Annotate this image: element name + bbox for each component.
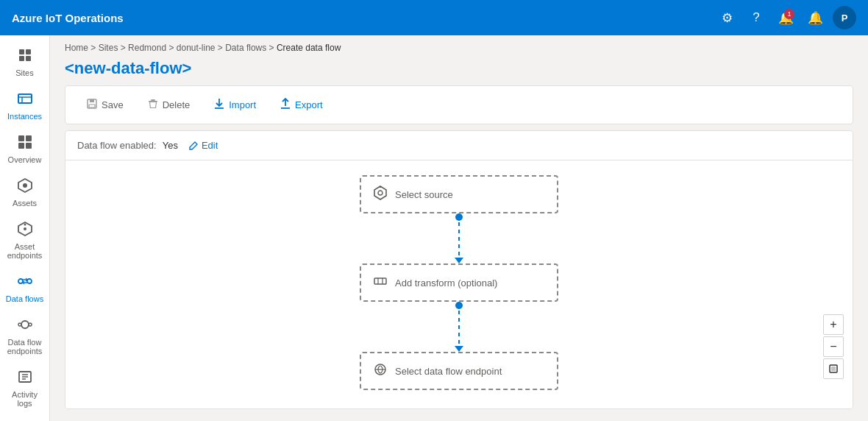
breadcrumb-sites[interactable]: Sites <box>99 43 118 53</box>
connector-arrow-2 <box>455 346 463 352</box>
breadcrumb-sep3: > <box>168 43 176 53</box>
connector-dot-top-1 <box>455 213 463 221</box>
sidebar-item-activity-logs[interactable]: Activity logs <box>3 363 47 414</box>
connector-2 <box>455 302 463 352</box>
svg-rect-3 <box>26 56 31 61</box>
svg-point-21 <box>18 323 21 326</box>
svg-point-12 <box>23 183 27 188</box>
flow-container: Select source <box>360 175 558 390</box>
sidebar-item-data-flow-endpoints-label: Data flow endpoints <box>6 338 44 355</box>
breadcrumb-sep5: > <box>269 43 277 53</box>
sidebar-item-data-flows[interactable]: Data flows <box>3 267 47 309</box>
svg-rect-1 <box>26 49 31 54</box>
svg-point-16 <box>18 279 23 283</box>
alert-icon[interactable]: 🔔 <box>803 6 827 29</box>
svg-rect-10 <box>26 143 32 149</box>
breadcrumb-donut-line[interactable]: donut-line <box>177 43 216 53</box>
save-icon <box>86 98 98 112</box>
import-icon <box>213 98 225 112</box>
endpoint-node[interactable]: Select data flow endpoint <box>360 352 558 390</box>
svg-rect-0 <box>19 49 24 54</box>
export-button[interactable]: Export <box>271 93 332 116</box>
toolbar: Save Delete <box>65 85 853 124</box>
import-button[interactable]: Import <box>204 93 265 116</box>
data-flows-icon <box>17 273 33 293</box>
dataflow-enabled-value: Yes <box>163 140 178 151</box>
export-icon <box>280 98 291 112</box>
instances-icon <box>17 91 33 110</box>
topbar-actions: ⚙ ? 🔔 1 🔔 P <box>715 6 856 29</box>
canvas-card: Data flow enabled: Yes Edit <box>65 130 853 409</box>
source-node-icon <box>373 185 388 204</box>
sidebar-item-instances-label: Instances <box>7 112 42 121</box>
activity-logs-icon <box>17 369 33 389</box>
zoom-fit-button[interactable] <box>823 358 844 379</box>
save-label: Save <box>102 99 124 110</box>
svg-rect-8 <box>26 135 32 141</box>
dataflow-bar: Data flow enabled: Yes Edit <box>65 131 853 160</box>
connector-arrow-1 <box>455 258 463 263</box>
svg-rect-31 <box>151 99 155 101</box>
connector-line-2 <box>458 311 460 344</box>
content-area: Home > Sites > Redmond > donut-line > Da… <box>50 35 868 421</box>
source-node[interactable]: Select source <box>360 175 558 213</box>
help-icon[interactable]: ? <box>744 6 768 29</box>
overview-icon <box>17 134 33 154</box>
dataflow-label: Data flow enabled: <box>77 140 157 151</box>
save-button[interactable]: Save <box>77 93 132 116</box>
breadcrumb-sep1: > <box>90 43 98 53</box>
sidebar-item-activity-logs-label: Activity logs <box>6 390 44 408</box>
breadcrumb-data-flows[interactable]: Data flows <box>225 43 266 53</box>
sidebar-item-sites[interactable]: Sites <box>3 41 47 83</box>
sidebar-item-overview-label: Overview <box>8 155 42 164</box>
breadcrumb-redmond[interactable]: Redmond <box>128 43 166 53</box>
svg-rect-30 <box>89 105 95 107</box>
transform-node[interactable]: Add transform (optional) <box>360 263 558 302</box>
delete-button[interactable]: Delete <box>138 93 199 116</box>
settings-icon[interactable]: ⚙ <box>715 6 739 29</box>
svg-rect-29 <box>90 99 94 102</box>
zoom-out-button[interactable]: − <box>823 336 844 357</box>
notification-icon[interactable]: 🔔 1 <box>774 6 797 29</box>
transform-node-icon <box>373 274 388 292</box>
edit-button[interactable]: Edit <box>184 138 222 152</box>
svg-point-17 <box>27 279 32 283</box>
svg-rect-9 <box>18 143 24 149</box>
export-label: Export <box>295 99 323 110</box>
sidebar-item-asset-endpoints[interactable]: Asset endpoints <box>3 215 47 266</box>
page-title: <new-data-flow> <box>50 56 868 85</box>
svg-marker-37 <box>374 186 386 199</box>
transform-node-label: Add transform (optional) <box>395 277 497 289</box>
svg-rect-39 <box>374 278 386 284</box>
sidebar-item-data-flow-endpoints[interactable]: Data flow endpoints <box>3 311 47 361</box>
avatar[interactable]: P <box>833 6 856 29</box>
svg-rect-45 <box>831 367 836 371</box>
zoom-controls: + − <box>823 314 844 379</box>
breadcrumb-home[interactable]: Home <box>65 43 88 53</box>
svg-point-15 <box>24 224 26 226</box>
topbar: Azure IoT Operations ⚙ ? 🔔 1 🔔 P <box>0 0 868 35</box>
assets-icon <box>17 177 33 197</box>
svg-point-22 <box>29 323 32 326</box>
svg-point-20 <box>21 321 29 328</box>
svg-point-14 <box>24 227 26 230</box>
sidebar-item-assets[interactable]: Assets <box>3 171 47 213</box>
connector-dot-top-2 <box>455 302 463 309</box>
delete-icon <box>147 98 159 112</box>
zoom-in-button[interactable]: + <box>823 314 844 335</box>
svg-rect-2 <box>19 56 24 61</box>
delete-label: Delete <box>163 99 191 110</box>
breadcrumb-sep2: > <box>121 43 128 53</box>
breadcrumb-current: Create data flow <box>277 43 341 53</box>
svg-rect-7 <box>18 135 24 141</box>
sidebar-item-data-flows-label: Data flows <box>6 294 43 303</box>
app-title: Azure IoT Operations <box>12 12 715 24</box>
connector-1 <box>455 213 463 263</box>
edit-label: Edit <box>202 140 218 151</box>
sidebar-item-assets-label: Assets <box>13 199 37 208</box>
endpoint-node-icon <box>373 362 388 381</box>
main-layout: Sites Instances Overview <box>0 35 868 421</box>
sidebar-item-overview[interactable]: Overview <box>3 128 47 170</box>
sidebar-item-instances[interactable]: Instances <box>3 85 47 127</box>
canvas-area: Select source <box>65 160 853 408</box>
